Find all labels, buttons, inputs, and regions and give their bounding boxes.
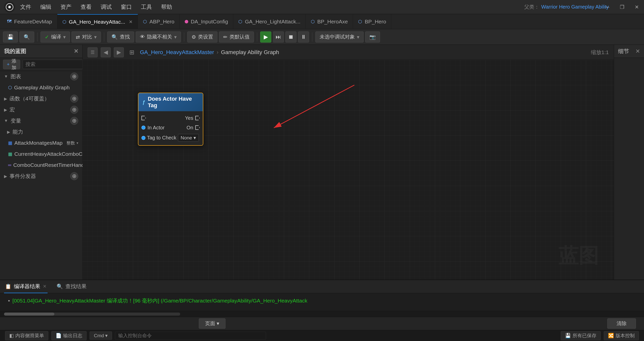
blueprint-canvas[interactable]: ƒ Does Actor Have Tag Yes [83,60,614,280]
log-bullet: • [8,298,10,304]
svg-line-3 [274,85,354,128]
functions-section-header[interactable]: ▶ 函数（4可覆盖） ⊕ [0,93,82,104]
menu-view[interactable]: 查看 [81,3,92,11]
tab-bp-hero[interactable]: ⬡ BP_Hero [353,14,391,29]
pause-button[interactable]: ⏸ [298,31,309,43]
chevron-down-icon-ability: ▶ [7,130,10,134]
close-button[interactable]: ✕ [629,0,644,14]
search-input[interactable] [23,60,92,69]
var-label-1: AttackMonatgesMap [14,140,62,146]
page-button[interactable]: 页面 ▾ [199,318,225,329]
minimize-button[interactable]: ─ [600,0,615,14]
page-label: 页面 ▾ [205,320,219,327]
add-event-dispatcher-button[interactable]: ⊕ [70,172,78,180]
menu-tools[interactable]: 工具 [141,3,152,11]
menu-file[interactable]: 文件 [20,3,31,11]
toolbar-separator-4 [257,32,257,42]
diff-button[interactable]: ⇄ 对比 ▾ [71,31,101,43]
tag-dropdown[interactable]: None ▾ [178,134,199,142]
in-actor-pin[interactable] [141,126,145,130]
tab-close-button[interactable]: ✕ [129,19,133,25]
chevron-right-icon-events: ▶ [4,174,7,179]
exec-yes-pin[interactable] [195,116,200,120]
class-settings-button[interactable]: ⚙ 类设置 [187,31,217,43]
tab-featuredevmap[interactable]: 🗺 FeatureDevMap [2,14,57,29]
tab-label: GA_Hero_LightAttack... [245,19,300,25]
save-button[interactable]: 💾 [3,31,18,43]
breadcrumb-root[interactable]: GA_Hero_HeavyAttackMaster [140,49,214,56]
graphs-section-header[interactable]: ▼ 图表 ⊕ [0,71,82,82]
sidebar-item-gameplay-ability-graph[interactable]: ⬡ Gameplay Ability Graph [0,82,82,93]
in-actor-label: In Actor [147,125,165,131]
diff-dropdown-icon: ▾ [94,34,97,40]
debug-object-select[interactable]: 未选中调试对象 ▾ [315,31,364,43]
tag-check-pin[interactable] [141,136,145,140]
find-icon: 🔍 [24,34,30,40]
bottom-tab-compiler-results[interactable]: 📋 编译器结果 ✕ [4,280,48,293]
compile-button[interactable]: ✓ 编译 ▾ [41,31,70,43]
clear-button[interactable]: 清除 [607,318,636,329]
nav-back-button[interactable]: ◀ [101,47,111,57]
cmd-input[interactable] [115,332,266,340]
menu-asset[interactable]: 资产 [60,3,71,11]
save-all-button[interactable]: 💾 所有已保存 [561,331,601,340]
class-defaults-button[interactable]: ✏ 类默认值 [219,31,254,43]
variable-attack-montages-map[interactable]: ▦ AttackMonatgesMap 整数 ▾ [0,137,82,148]
add-variable-button[interactable]: ⊕ [70,117,78,125]
node-title: Does Actor Have Tag [148,96,199,109]
parent-class-value[interactable]: Warrior Hero Gameplay Ability [541,4,609,10]
variables-section-header[interactable]: ▼ 变量 ⊕ [0,115,82,126]
fit-to-view-button[interactable]: ⊞ [127,47,137,57]
nav-forward-button[interactable]: ▶ [114,47,124,57]
add-macro-button[interactable]: ⊕ [70,106,78,114]
restore-button[interactable]: ❐ [615,0,629,14]
toolbar-separator-2 [104,32,104,42]
add-function-button[interactable]: ⊕ [70,95,78,103]
output-log-button[interactable]: 📄 输出日志 [51,331,87,340]
parent-class-label: 父类： [524,4,539,10]
bottom-tab-find-results[interactable]: 🔍 查找结果 [56,280,88,293]
compiler-results-close[interactable]: ✕ [43,284,47,289]
canvas-menu-button[interactable]: ☰ [88,47,98,57]
macros-section-header[interactable]: ▶ 宏 ⊕ [0,104,82,115]
tab-da-inputconfig[interactable]: DA_InputConfig [180,14,233,29]
hide-unrelated-button[interactable]: 👁 隐藏不相关 ▾ [136,31,181,43]
tab-abp-hero[interactable]: ⬡ ABP_Hero [138,14,180,29]
does-actor-have-tag-node[interactable]: ƒ Does Actor Have Tag Yes [138,93,203,146]
menu-window[interactable]: 窗口 [121,3,132,11]
ability-subsection-header[interactable]: ▶ 能力 [0,126,82,137]
diff-icon: ⇄ [76,34,80,40]
add-graph-button[interactable]: ⊕ [70,72,78,81]
stop-button[interactable]: ⏹ [285,31,296,43]
menu-help[interactable]: 帮助 [161,3,172,11]
scrollbar-thumb[interactable] [4,313,54,316]
variable-combo-reset-timer[interactable]: ═ ComboCountResetTimerHandle 定时器柄 ▾ [0,160,82,171]
debug-more-button[interactable]: 📷 [365,31,380,43]
breadcrumb-separator: › [217,49,218,56]
add-button[interactable]: + 添加 [3,60,20,69]
cmd-button[interactable]: Cmd ▾ [90,331,112,340]
content-browser-button[interactable]: ◧ 内容侧滑菜单 [5,331,48,340]
find-in-bp-button[interactable]: 🔍 [19,31,34,43]
search-button[interactable]: 🔍 查找 [107,31,134,43]
tab-label: DA_InputConfig [191,19,228,25]
menu-edit[interactable]: 编辑 [40,3,51,11]
sidebar-section-functions: ▶ 函数（4可覆盖） ⊕ [0,93,82,104]
tab-ga-hero-lightattack[interactable]: ⬡ GA_Hero_LightAttack... [233,14,306,29]
version-control-button[interactable]: 🔀 版本控制 [604,331,639,340]
resume-button[interactable]: ⏭ [273,31,284,43]
horizontal-scrollbar[interactable] [4,313,180,316]
sidebar-close-button[interactable]: ✕ [74,48,78,55]
tab-bp-heroaxe[interactable]: ⬡ BP_HeroAxe [306,14,353,29]
exec-in-pin[interactable] [141,116,146,120]
chevron-right-icon-functions: ▶ [4,96,7,101]
on-pin[interactable] [195,125,200,130]
tab-ga-hero-heavyattack[interactable]: ⬡ GA_Hero_HeavyAttac... ✕ [57,14,138,29]
var-dropdown-1[interactable]: ▾ [77,141,78,145]
variable-current-heavy-attack-combo[interactable]: ▦ CurrentHeavyAttackComboCou 整数 ▾ [0,148,82,160]
menu-debug[interactable]: 调试 [101,3,112,11]
details-close-button[interactable]: ✕ [635,48,640,55]
tag-dropdown-chevron: ▾ [194,135,196,141]
event-dispatchers-section-header[interactable]: ▶ 事件分发器 ⊕ [0,171,82,182]
play-button[interactable]: ▶ [260,31,271,43]
